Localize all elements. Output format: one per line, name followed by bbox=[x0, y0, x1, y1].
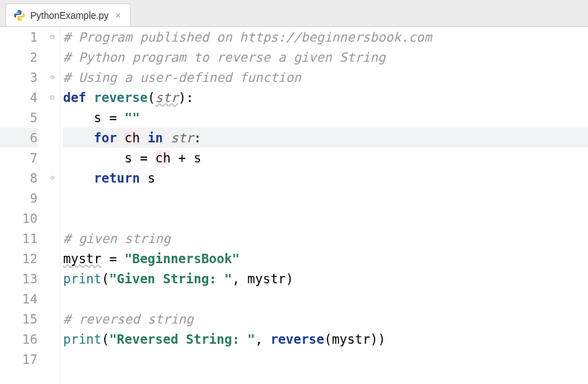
code-line bbox=[63, 188, 588, 208]
code-line: for ch in str: bbox=[63, 128, 588, 148]
line-number: 14 bbox=[0, 289, 38, 309]
line-number: 13 bbox=[0, 269, 38, 289]
line-number: 17 bbox=[0, 349, 38, 369]
line-number: 16 bbox=[0, 329, 38, 349]
code-line: # Program published on https://beginners… bbox=[63, 27, 588, 47]
line-number: 1 bbox=[0, 27, 38, 47]
svg-point-1 bbox=[21, 19, 22, 20]
fold-close-icon[interactable]: ⊖ bbox=[48, 73, 56, 81]
code-line: # given string bbox=[63, 228, 588, 248]
line-number: 10 bbox=[0, 208, 38, 228]
fold-column: ⊟ ⊖ ⊟ ⊖ bbox=[47, 27, 60, 384]
svg-point-0 bbox=[17, 11, 18, 12]
code-line: print("Reversed String: ", reverse(mystr… bbox=[63, 329, 588, 349]
python-file-icon bbox=[14, 10, 25, 21]
code-line bbox=[63, 289, 588, 309]
line-number: 2 bbox=[0, 47, 38, 67]
line-number: 6 bbox=[0, 128, 38, 148]
tab-filename: PythonExample.py bbox=[30, 10, 109, 21]
line-number: 11 bbox=[0, 228, 38, 248]
code-line: def reverse(str): bbox=[63, 87, 588, 107]
code-line: # Python program to reverse a given Stri… bbox=[63, 47, 588, 67]
line-number: 15 bbox=[0, 309, 38, 329]
file-tab[interactable]: PythonExample.py × bbox=[5, 3, 131, 26]
code-line: return s bbox=[63, 168, 588, 188]
code-line bbox=[63, 349, 588, 369]
fold-open-icon[interactable]: ⊟ bbox=[48, 93, 56, 101]
tab-bar: PythonExample.py × bbox=[0, 0, 588, 27]
code-editor[interactable]: 1 2 3 4 5 6 7 8 9 10 11 12 13 14 15 16 1… bbox=[0, 27, 588, 384]
code-line: s = ch + s bbox=[63, 148, 588, 168]
close-icon[interactable]: × bbox=[114, 10, 122, 21]
code-line: s = "" bbox=[63, 107, 588, 128]
code-line: mystr = "BeginnersBook" bbox=[63, 248, 588, 269]
line-number: 5 bbox=[0, 107, 38, 128]
line-number: 9 bbox=[0, 188, 38, 208]
line-number: 12 bbox=[0, 248, 38, 269]
fold-open-icon[interactable]: ⊟ bbox=[48, 33, 56, 41]
line-number-gutter: 1 2 3 4 5 6 7 8 9 10 11 12 13 14 15 16 1… bbox=[0, 27, 47, 384]
line-number: 8 bbox=[0, 168, 38, 188]
line-number: 7 bbox=[0, 148, 38, 168]
code-line: print("Given String: ", mystr) bbox=[63, 269, 588, 289]
line-number: 3 bbox=[0, 67, 38, 87]
fold-close-icon[interactable]: ⊖ bbox=[48, 174, 56, 182]
code-line: # reversed string bbox=[63, 309, 588, 329]
code-line bbox=[63, 208, 588, 228]
code-line: # Using a user-defined function bbox=[63, 67, 588, 87]
line-number: 4 bbox=[0, 87, 38, 107]
code-area[interactable]: # Program published on https://beginners… bbox=[60, 27, 588, 384]
